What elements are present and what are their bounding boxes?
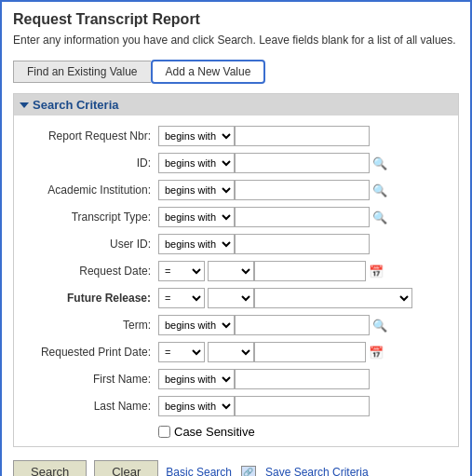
page-description: Enter any information you have and click… xyxy=(13,34,459,47)
operator-transcript-type[interactable]: begins with= xyxy=(158,207,235,227)
label-requested-print-date: Requested Print Date: xyxy=(23,346,158,359)
page-header: Request Transcript Report Enter any info… xyxy=(2,2,470,60)
input-future-release[interactable] xyxy=(254,288,412,308)
tabs-row: Find an Existing Value Add a New Value xyxy=(13,60,459,84)
operator-future-release[interactable]: =< xyxy=(158,288,205,308)
input-report-request-nbr[interactable] xyxy=(235,126,370,146)
field-row-user-id: User ID: begins with= xyxy=(23,233,449,255)
label-last-name: Last Name: xyxy=(23,400,158,413)
lookup-icon-id[interactable]: 🔍 xyxy=(372,156,387,170)
field-row-first-name: First Name: begins with= xyxy=(23,368,449,390)
field-row-requested-print-date: Requested Print Date: =<> 📅 xyxy=(23,341,449,363)
operator2-future-release[interactable] xyxy=(208,288,254,308)
basic-search-link[interactable]: Basic Search xyxy=(166,466,232,477)
case-sensitive-label: Case Sensitive xyxy=(174,425,255,439)
input-academic-institution[interactable] xyxy=(235,180,370,200)
label-first-name: First Name: xyxy=(23,373,158,386)
label-report-request-nbr: Report Request Nbr: xyxy=(23,129,158,143)
field-row-request-date: Request Date: =<> 📅 xyxy=(23,260,449,282)
input-transcript-type[interactable] xyxy=(235,207,370,227)
calendar-icon-request-date[interactable]: 📅 xyxy=(369,265,384,279)
case-sensitive-row: Case Sensitive xyxy=(158,425,449,439)
search-criteria-section: Search Criteria Report Request Nbr: begi… xyxy=(13,93,459,447)
section-header: Search Criteria xyxy=(14,94,458,116)
section-title: Search Criteria xyxy=(33,98,119,112)
case-sensitive-checkbox[interactable] xyxy=(158,426,170,438)
operator-user-id[interactable]: begins with= xyxy=(158,234,235,254)
tab-find-existing[interactable]: Find an Existing Value xyxy=(13,61,151,83)
label-term: Term: xyxy=(23,319,158,332)
save-search-link[interactable]: Save Search Criteria xyxy=(265,466,369,477)
operator-id[interactable]: begins with= xyxy=(158,153,235,173)
input-last-name[interactable] xyxy=(235,396,370,416)
lookup-icon-transcript-type[interactable]: 🔍 xyxy=(372,211,387,224)
label-transcript-type: Transcript Type: xyxy=(23,211,158,224)
tab-add-new[interactable]: Add a New Value xyxy=(151,60,266,84)
input-user-id[interactable] xyxy=(235,234,370,254)
operator-term[interactable]: begins with= xyxy=(158,315,235,335)
operator-report-request-nbr[interactable]: begins with=not = xyxy=(158,126,235,146)
field-row-term: Term: begins with= 🔍 xyxy=(23,314,449,336)
lookup-icon-academic-institution[interactable]: 🔍 xyxy=(372,184,387,197)
operator-requested-print-date[interactable]: =<> xyxy=(158,342,205,362)
field-row-academic-institution: Academic Institution: begins with= 🔍 xyxy=(23,179,449,201)
input-requested-print-date[interactable] xyxy=(254,342,366,362)
field-row-transcript-type: Transcript Type: begins with= 🔍 xyxy=(23,206,449,228)
operator2-requested-print-date[interactable] xyxy=(208,342,254,362)
label-academic-institution: Academic Institution: xyxy=(23,184,158,197)
clear-button[interactable]: Clear xyxy=(94,460,158,476)
field-row-future-release: Future Release: =< xyxy=(23,287,449,309)
search-button[interactable]: Search xyxy=(13,460,87,476)
field-row-report-request-nbr: Report Request Nbr: begins with=not = xyxy=(23,125,449,147)
input-id[interactable] xyxy=(235,153,370,173)
label-future-release: Future Release: xyxy=(23,292,158,305)
input-first-name[interactable] xyxy=(235,369,370,389)
criteria-body: Report Request Nbr: begins with=not = ID… xyxy=(14,116,458,446)
label-user-id: User ID: xyxy=(23,238,158,251)
operator-academic-institution[interactable]: begins with= xyxy=(158,180,235,200)
lookup-icon-term[interactable]: 🔍 xyxy=(372,319,387,333)
operator2-request-date[interactable] xyxy=(208,261,254,281)
operator-first-name[interactable]: begins with= xyxy=(158,369,235,389)
main-container: Request Transcript Report Enter any info… xyxy=(0,0,472,476)
label-id: ID: xyxy=(23,156,158,170)
input-term[interactable] xyxy=(235,315,370,335)
basic-search-icon: 🔗 xyxy=(241,466,256,477)
operator-last-name[interactable]: begins with= xyxy=(158,396,235,416)
field-row-id: ID: begins with= 🔍 xyxy=(23,152,449,174)
input-request-date[interactable] xyxy=(254,261,366,281)
operator-request-date[interactable]: =<> xyxy=(158,261,205,281)
calendar-icon-requested-print-date[interactable]: 📅 xyxy=(369,346,384,360)
bottom-bar: Search Clear Basic Search 🔗 Save Search … xyxy=(2,451,470,476)
label-request-date: Request Date: xyxy=(23,265,158,278)
field-row-last-name: Last Name: begins with= xyxy=(23,395,449,417)
collapse-icon[interactable] xyxy=(20,102,29,108)
page-title: Request Transcript Report xyxy=(13,11,459,28)
